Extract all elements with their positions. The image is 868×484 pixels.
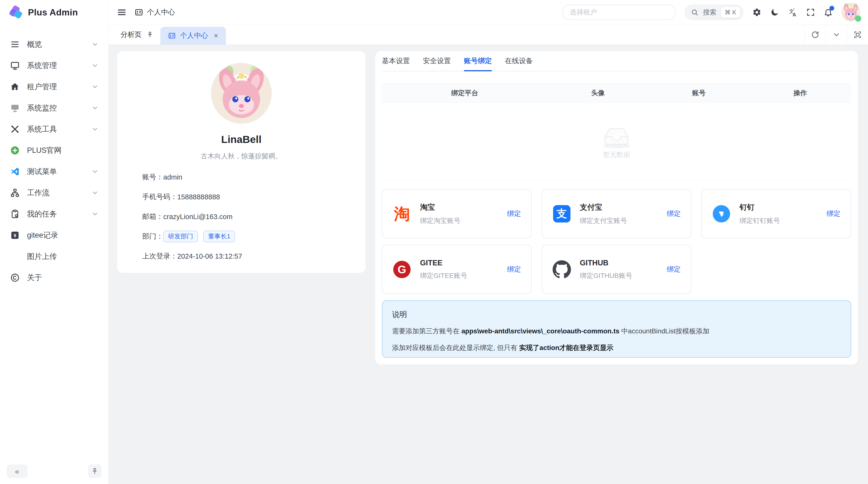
bind-link-taobao[interactable]: 绑定: [507, 209, 521, 219]
top-bar: 个人中心 搜索 ⌘ K 文A: [108, 0, 868, 25]
sidebar-item-about[interactable]: 关于: [4, 267, 104, 288]
user-avatar[interactable]: [841, 3, 860, 22]
top-bar-actions: 搜索 ⌘ K 文A: [562, 3, 860, 22]
chevron-down-icon: [91, 62, 99, 69]
sidebar-item-plus-site[interactable]: PLUS官网: [4, 140, 104, 161]
bind-card-title: GITHUB: [580, 259, 667, 267]
tab-security-settings[interactable]: 安全设置: [423, 51, 451, 71]
tab-online-devices[interactable]: 在线设备: [505, 51, 533, 71]
fullscreen-icon[interactable]: [806, 8, 815, 17]
copyright-icon: [10, 272, 20, 283]
profile-avatar: [211, 63, 272, 123]
sidebar-item-test-menu[interactable]: 测试菜单: [4, 161, 104, 182]
bind-card-desc: 绑定GITEE账号: [420, 271, 507, 280]
tenant-select-input[interactable]: [562, 5, 676, 20]
chevron-down-icon: [91, 189, 99, 196]
content-area: LinaBell 古木向人秋，惊蓬掠鬓稠。 账号： admin 手机号码： 15…: [108, 45, 868, 484]
tab-basic-settings[interactable]: 基本设置: [382, 51, 410, 71]
breadcrumb[interactable]: 个人中心: [134, 7, 175, 17]
tab-analysis[interactable]: 分析页: [108, 25, 160, 44]
bind-link-gitee[interactable]: 绑定: [507, 265, 521, 274]
svg-text:¥: ¥: [13, 233, 17, 238]
sidebar-item-overview[interactable]: 概览: [4, 34, 104, 55]
sidebar: Plus Admin 概览 系统管理 租户管理: [0, 0, 108, 484]
gitee-icon: G: [393, 260, 411, 279]
note-box: 说明 需要添加第三方账号在 apps\web-antd\src\views\_c…: [382, 300, 851, 358]
sidebar-pin-button[interactable]: [88, 464, 101, 478]
bind-card-alipay: 支 支付宝 绑定支付宝账号 绑定: [542, 189, 691, 238]
moon-icon[interactable]: [770, 8, 779, 17]
notification-badge: [830, 6, 834, 10]
empty-text: 暂无数据: [603, 150, 630, 159]
sidebar-item-gitee-record[interactable]: ¥ gitee记录: [4, 225, 104, 246]
settings-panel: 基本设置 安全设置 账号绑定 在线设备 绑定平台 头像 账号 操作: [375, 51, 858, 364]
global-search[interactable]: 搜索 ⌘ K: [684, 4, 744, 20]
chevron-down-icon: [91, 126, 99, 133]
tools-icon: [10, 124, 20, 134]
bind-card-desc: 绑定钉钉账号: [740, 216, 827, 225]
chevron-down-icon: [91, 83, 99, 90]
sidebar-item-image-upload[interactable]: 图片上传: [4, 246, 104, 267]
bind-link-dingtalk[interactable]: 绑定: [827, 209, 840, 219]
bind-card-title: 钉钉: [740, 202, 827, 212]
department-tag: 董事长1: [203, 231, 235, 242]
app-logo-icon: [9, 5, 23, 20]
yen-square-icon: ¥: [10, 230, 20, 240]
bind-link-alipay[interactable]: 绑定: [667, 209, 681, 219]
gear-icon[interactable]: [752, 8, 762, 17]
logo[interactable]: Plus Admin: [0, 0, 108, 25]
sidebar-item-my-tasks[interactable]: 我的任务: [4, 203, 104, 225]
column-header-platform: 绑定平台: [382, 89, 548, 98]
refresh-icon[interactable]: [804, 25, 826, 44]
note-title: 说明: [392, 310, 841, 320]
column-header-avatar: 头像: [548, 89, 648, 98]
search-shortcut-badge: ⌘ K: [721, 7, 740, 18]
tabs-toolbar: [804, 25, 868, 44]
bind-card-gitee: G GITEE 绑定GITEE账号 绑定: [382, 245, 532, 294]
sidebar-item-system-tools[interactable]: 系统工具: [4, 119, 104, 140]
menu-icon: [10, 39, 20, 50]
monitor-icon: [10, 60, 20, 71]
note-line-1: 需要添加第三方账号在 apps\web-antd\src\views\_core…: [392, 326, 841, 336]
bind-card-title: 支付宝: [580, 202, 667, 212]
department-tag: 研发部门: [163, 231, 198, 242]
close-icon[interactable]: ×: [214, 32, 218, 39]
profile-field-last-login: 上次登录： 2024-10-06 13:12:57: [142, 251, 340, 261]
tab-personal-center[interactable]: 个人中心 ×: [160, 27, 226, 44]
github-icon: [552, 260, 571, 279]
sidebar-footer: «: [0, 458, 108, 484]
bind-card-taobao: 淘 淘宝 绑定淘宝账号 绑定: [382, 189, 532, 238]
sidebar-collapse-button[interactable]: «: [7, 464, 28, 478]
translate-icon[interactable]: 文A: [788, 7, 798, 17]
chevron-down-icon: [91, 168, 99, 175]
binding-table-header: 绑定平台 头像 账号 操作: [382, 84, 851, 103]
note-line-2: 添加对应模板后会在此处显示绑定, 但只有 实现了action才能在登录页显示: [392, 343, 841, 353]
clipboard-icon: [10, 209, 20, 219]
profile-field-phone: 手机号码： 15888888888: [142, 192, 340, 202]
home-icon: [10, 82, 20, 92]
profile-field-department: 部门： 研发部门 董事长1: [142, 231, 340, 242]
maximize-icon[interactable]: [847, 25, 868, 44]
hamburger-menu-icon[interactable]: [117, 7, 127, 18]
sidebar-item-system-monitor[interactable]: 系统监控: [4, 97, 104, 119]
bind-card-desc: 绑定GITHUB账号: [580, 271, 667, 280]
bind-link-github[interactable]: 绑定: [667, 265, 681, 274]
pin-icon[interactable]: [146, 31, 154, 38]
sidebar-item-workflow[interactable]: 工作流: [4, 182, 104, 203]
sidebar-nav: 概览 系统管理 租户管理 系统监控: [0, 25, 108, 288]
bind-card-dingtalk: 钉钉 绑定钉钉账号 绑定: [702, 189, 851, 238]
sidebar-item-system-admin[interactable]: 系统管理: [4, 55, 104, 76]
notifications-button[interactable]: [824, 8, 833, 17]
chevron-down-icon[interactable]: [826, 25, 847, 44]
chevron-down-icon: [91, 211, 99, 218]
vscode-icon: [10, 166, 20, 177]
profile-field-email: 邮箱： crazyLionLi@163.com: [142, 212, 340, 222]
profile-card: LinaBell 古木向人秋，惊蓬掠鬓稠。 账号： admin 手机号码： 15…: [117, 51, 366, 273]
svg-text:A: A: [793, 12, 796, 17]
taobao-icon: 淘: [393, 204, 411, 223]
id-card-icon: [134, 8, 143, 17]
app-title: Plus Admin: [28, 7, 78, 18]
tab-account-binding[interactable]: 账号绑定: [464, 51, 492, 71]
sidebar-item-tenant-admin[interactable]: 租户管理: [4, 76, 104, 97]
pin-icon: [91, 467, 99, 475]
